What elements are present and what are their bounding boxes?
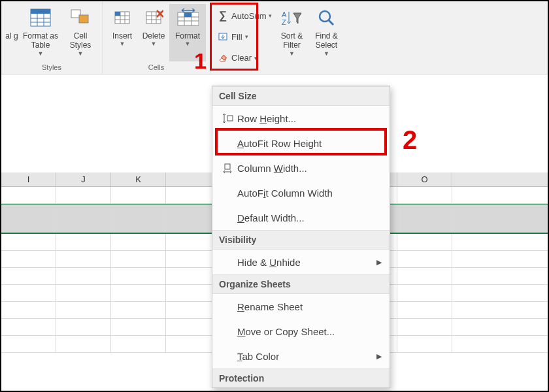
autosum-label: AutoSum: [231, 11, 266, 21]
chevron-down-icon: ▼: [151, 41, 157, 48]
chevron-down-icon: ▼: [78, 50, 84, 57]
chevron-down-icon: ▼: [289, 50, 295, 57]
group-styles: al g Format as Table ▼ Cell Styles ▼ Sty…: [1, 1, 103, 74]
insert-button[interactable]: Insert ▼: [107, 4, 138, 61]
menu-label: Tab Color: [237, 351, 376, 362]
conditional-label: al g: [5, 31, 18, 41]
autosum-button[interactable]: ∑ AutoSum ▾: [217, 7, 272, 24]
menu-autofit-column-width[interactable]: AutoFit Column Width: [212, 180, 390, 205]
menu-label: Rename Sheet: [237, 301, 382, 312]
delete-icon: [142, 7, 165, 29]
menu-default-width[interactable]: Default Width...: [212, 205, 390, 230]
menu-label: Column Width...: [237, 163, 382, 174]
col-header[interactable]: O: [397, 172, 452, 186]
column-width-icon: [218, 161, 237, 174]
menu-section-visibility: Visibility: [212, 230, 390, 250]
menu-section-cell-size: Cell Size: [212, 86, 390, 106]
fill-label: Fill: [231, 32, 242, 42]
menu-row-height[interactable]: Row Height...: [212, 106, 390, 131]
group-cells-title: Cells: [148, 62, 164, 73]
format-as-table-button[interactable]: Format as Table ▼: [18, 4, 63, 61]
menu-section-organize: Organize Sheets: [212, 274, 390, 294]
svg-rect-1: [31, 9, 50, 14]
format-dropdown-menu: Cell Size Row Height... AutoFit Row Heig…: [212, 86, 390, 388]
svg-rect-31: [227, 116, 233, 121]
menu-label: Row Height...: [237, 113, 382, 124]
svg-rect-7: [79, 15, 88, 23]
chevron-down-icon: ▾: [245, 33, 248, 40]
cell-styles-button[interactable]: Cell Styles ▼: [63, 4, 98, 61]
format-table-icon: [29, 7, 52, 29]
fill-button[interactable]: Fill ▾: [217, 28, 272, 45]
conditional-icon: [5, 7, 18, 29]
col-header[interactable]: J: [56, 172, 111, 186]
submenu-arrow-icon: ▶: [376, 258, 382, 267]
ribbon: al g Format as Table ▼ Cell Styles ▼ Sty…: [1, 1, 548, 74]
col-header[interactable]: K: [111, 172, 166, 186]
chevron-down-icon: ▼: [185, 41, 191, 48]
menu-label: AutoFit Row Height: [237, 138, 382, 149]
menu-label: Move or Copy Sheet...: [237, 326, 382, 337]
format-label: Format: [175, 31, 200, 41]
menu-rename-sheet[interactable]: Rename Sheet: [212, 294, 390, 319]
svg-text:A: A: [282, 10, 287, 18]
menu-move-copy-sheet[interactable]: Move or Copy Sheet...: [212, 319, 390, 344]
sigma-icon: ∑: [217, 10, 229, 22]
menu-autofit-row-height[interactable]: AutoFit Row Height: [212, 131, 390, 155]
conditional-formatting-button[interactable]: al g: [5, 4, 18, 61]
clear-button[interactable]: Clear ▾: [217, 50, 272, 67]
menu-column-width[interactable]: Column Width...: [212, 155, 390, 180]
svg-rect-14: [146, 12, 161, 24]
menu-label: Hide & Unhide: [237, 257, 376, 268]
find-select-button[interactable]: Find & Select ▼: [308, 4, 344, 61]
menu-tab-color[interactable]: Tab Color ▶: [212, 344, 390, 368]
col-header[interactable]: I: [1, 172, 56, 186]
svg-text:Z: Z: [282, 18, 286, 26]
format-icon: [176, 7, 199, 29]
menu-label: AutoFit Column Width: [237, 188, 382, 199]
sort-filter-button[interactable]: AZ Sort & Filter ▼: [274, 4, 308, 61]
chevron-down-icon: ▾: [269, 12, 272, 19]
clear-icon: [217, 52, 229, 64]
sort-filter-label: Sort & Filter: [274, 31, 308, 50]
delete-label: Delete: [142, 31, 165, 41]
menu-section-protection: Protection: [212, 368, 390, 387]
cell-styles-label: Cell Styles: [63, 31, 98, 50]
row-height-icon: [218, 112, 237, 125]
editing-small-stack: ∑ AutoSum ▾ Fill ▾ Clear ▾: [214, 4, 274, 70]
svg-line-30: [329, 20, 333, 25]
cell-styles-icon: [69, 7, 92, 29]
find-select-label: Find & Select: [308, 31, 344, 50]
svg-rect-24: [184, 12, 191, 17]
submenu-arrow-icon: ▶: [376, 352, 382, 361]
group-editing: ∑ AutoSum ▾ Fill ▾ Clear ▾: [210, 1, 348, 74]
annotation-number-2: 2: [403, 125, 417, 155]
svg-rect-32: [225, 164, 230, 169]
chevron-down-icon: ▼: [38, 50, 44, 57]
svg-point-29: [320, 11, 330, 22]
delete-button[interactable]: Delete ▼: [138, 4, 169, 61]
annotation-number-1: 1: [194, 48, 207, 74]
chevron-down-icon: ▼: [324, 50, 329, 57]
find-icon: [315, 7, 337, 29]
group-styles-title: Styles: [42, 62, 61, 73]
chevron-down-icon: ▼: [120, 41, 125, 48]
insert-label: Insert: [112, 31, 132, 41]
svg-rect-13: [115, 12, 120, 16]
menu-label: Default Width...: [237, 212, 382, 223]
sort-filter-icon: AZ: [280, 7, 303, 29]
format-table-label: Format as Table: [18, 31, 63, 50]
fill-icon: [217, 31, 229, 42]
insert-icon: [111, 7, 133, 29]
menu-hide-unhide[interactable]: Hide & Unhide ▶: [212, 250, 390, 274]
clear-label: Clear: [231, 53, 252, 63]
chevron-down-icon: ▾: [254, 55, 258, 61]
